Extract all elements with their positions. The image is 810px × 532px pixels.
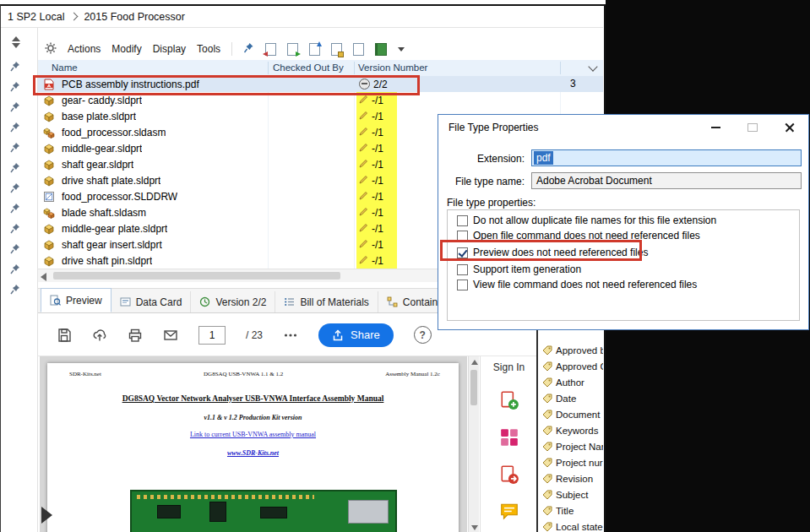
extension-input[interactable]: pdf [531,149,802,166]
tab-bill-of-materials[interactable]: Bill of Materials [275,291,378,312]
variable-tag-icon [542,394,552,404]
checkbox-icon[interactable] [457,280,468,290]
checkbox-view-no-refs[interactable]: View file command does not need referenc… [457,279,697,290]
tab-data-card[interactable]: Data Card [111,291,192,312]
pdf-link[interactable]: Link to current USB-VNWA assembly manual [47,431,459,438]
checkbox-no-duplicate-names[interactable]: Do not allow duplicate file names for th… [457,214,716,226]
preview-vertical-scrollbar[interactable] [468,356,479,532]
scroll-left-arrow-icon[interactable] [41,273,46,281]
file-type-name-input[interactable]: Adobe Acrobat Document [531,172,802,189]
scroll-down-arrow-icon[interactable] [471,525,478,530]
minimize-button[interactable] [697,115,734,140]
tab-preview[interactable]: Preview [41,288,111,312]
more-options-icon[interactable] [283,328,298,343]
scrollbar-thumb[interactable] [470,370,477,405]
toolbar-more-chevron-icon[interactable] [398,47,405,52]
variable-row[interactable]: Date [538,390,603,406]
pushpin-icon[interactable] [9,222,21,233]
scroll-up-arrow-icon[interactable] [471,360,478,365]
checkbox-support-item-generation[interactable]: Support item generation [457,263,581,275]
bom-book-icon[interactable] [375,43,387,56]
file-type-name-label: File type name: [442,176,525,187]
pushpin-icon[interactable] [9,161,21,172]
menu-tools[interactable]: Tools [197,43,220,55]
menu-modify[interactable]: Modify [111,43,141,55]
column-chooser-chevron-icon[interactable] [588,62,597,71]
variable-row[interactable]: Approved b [538,342,603,358]
column-header-name[interactable]: Name [52,62,78,73]
sign-in-link[interactable]: Sign In [493,361,525,373]
history-icon[interactable] [331,43,342,56]
variable-row[interactable]: Project nur [538,454,603,470]
variable-row[interactable]: Document [538,406,603,422]
pushpin-icon[interactable] [9,100,21,111]
panel-expander-icon[interactable] [41,507,52,524]
variable-row[interactable]: Subject [538,486,603,502]
column-header-version-number[interactable]: Version Number [358,62,427,73]
gear-icon[interactable] [45,42,57,57]
pushpin-icon[interactable] [9,80,21,91]
variable-row[interactable]: Project Nar [538,438,603,454]
variable-row[interactable]: Keywords [538,422,603,438]
version-cell-highlighted: -/1 [356,172,397,188]
sort-arrows[interactable] [12,36,20,48]
variable-tag-icon [542,506,552,516]
variable-tag-icon [542,442,552,452]
upload-cloud-icon[interactable] [92,328,107,343]
file-type-icon [43,143,55,155]
save-icon[interactable] [57,328,72,343]
menu-actions[interactable]: Actions [68,43,101,55]
file-type-icon [43,127,55,138]
variable-row[interactable]: Local state [538,518,603,532]
column-separator[interactable] [268,62,269,74]
pdf-link-website[interactable]: www.SDR-Kits.net [47,449,459,457]
sort-down-icon[interactable] [12,43,20,48]
create-pdf-icon[interactable] [499,464,519,485]
get-latest-icon[interactable] [309,43,320,56]
export-pdf-icon[interactable] [499,390,519,410]
variable-row[interactable]: Title [538,502,603,518]
share-button[interactable]: Share [318,323,394,347]
column-separator[interactable] [354,62,355,74]
page-number-input[interactable]: 1 [198,326,226,345]
pushpin-icon[interactable] [9,202,21,213]
close-button[interactable] [771,115,808,140]
pushpin-icon[interactable] [9,182,21,193]
variable-row[interactable]: Revision [538,470,603,486]
menu-display[interactable]: Display [153,43,186,55]
help-icon[interactable]: ? [414,326,432,344]
pushpin-icon[interactable] [9,60,21,71]
variable-row[interactable]: Author [538,374,603,390]
pushpin-icon[interactable] [9,242,21,253]
scrollbar-thumb[interactable] [53,272,340,280]
sort-up-icon[interactable] [12,36,20,41]
comment-icon[interactable] [499,502,519,522]
checkbox-icon[interactable] [457,215,468,226]
email-icon[interactable] [163,328,178,343]
document-icon[interactable] [353,43,364,56]
file-name: shaft gear.sldprt [62,159,133,171]
pushpin-icon[interactable] [9,263,21,274]
organize-pages-icon[interactable] [499,427,519,448]
check-in-icon[interactable] [287,43,298,56]
version-cell-highlighted: -/1 [356,108,397,124]
print-icon[interactable] [128,328,143,343]
version-cell-highlighted: -/1 [356,236,397,252]
checkbox-icon[interactable] [457,264,468,275]
breadcrumb-item-vault[interactable]: 1 SP2 Local [8,11,64,23]
version-cell-highlighted: -/1 [356,204,397,220]
pin-view-icon[interactable] [243,42,254,56]
pushpin-icon[interactable] [9,283,21,294]
local-version-pencil-icon [359,175,368,187]
file-name: middle-gear plate.sldprt [62,223,167,235]
breadcrumb-item-folder[interactable]: 2015 Food Processor [84,11,185,23]
pushpin-icon[interactable] [9,141,21,152]
pushpin-icon[interactable] [9,121,21,132]
variable-row[interactable]: Approved C [538,358,603,374]
tab-version[interactable]: Version 2/2 [191,291,275,312]
breadcrumb: 1 SP2 Local 2015 Food Processor [1,6,603,28]
maximize-button[interactable] [734,115,771,140]
column-separator[interactable] [560,62,561,74]
column-header-checked-out-by[interactable]: Checked Out By [273,62,344,73]
check-out-icon[interactable] [265,43,276,56]
